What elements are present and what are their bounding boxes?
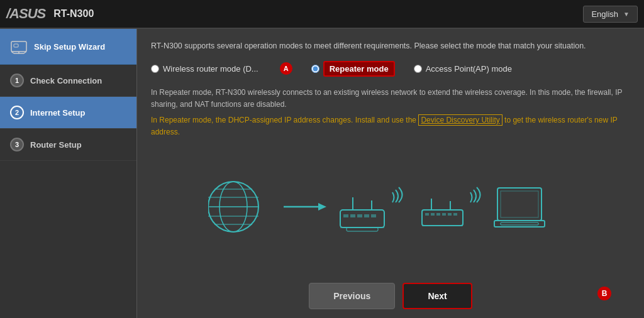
svg-rect-15: [340, 210, 384, 228]
skip-setup-wizard-button[interactable]: Skip Setup Wizard: [0, 29, 136, 65]
skip-wizard-label: Skip Setup Wizard: [34, 42, 105, 52]
access-point-label: Access Point(AP) mode: [426, 64, 512, 74]
nav-label-check-connection: Check Connection: [30, 76, 102, 85]
mode-radio-group: Wireless router mode (D... A Repeater mo…: [151, 61, 630, 77]
info-text: In Repeater mode, RT-N300 wirelessly con…: [151, 87, 630, 111]
logo-area: /ASUS RT-N300: [6, 6, 94, 22]
diagram-svg: [208, 166, 573, 248]
access-point-mode-option[interactable]: Access Point(AP) mode: [414, 64, 512, 74]
nav-label-internet-setup: Internet Setup: [30, 108, 85, 118]
nav-number-3: 3: [10, 138, 24, 151]
svg-rect-21: [364, 214, 369, 217]
repeater-radio[interactable]: [311, 65, 319, 73]
router-model: RT-N300: [53, 8, 94, 19]
buttons-area: Previous Next B: [151, 278, 630, 309]
sidebar-item-check-connection[interactable]: 1 Check Connection: [0, 65, 136, 97]
svg-rect-37: [494, 221, 545, 227]
repeater-mode-label: Repeater mode: [323, 61, 395, 77]
main-layout: Skip Setup Wizard 1 Check Connection 2 I…: [0, 29, 644, 318]
svg-rect-30: [436, 213, 440, 216]
language-selector[interactable]: English ▼: [583, 6, 638, 23]
svg-rect-28: [425, 213, 429, 216]
asus-logo: /ASUS: [6, 6, 45, 22]
header: /ASUS RT-N300 English ▼: [0, 0, 644, 29]
sidebar-item-internet-setup[interactable]: 2 Internet Setup: [0, 97, 136, 129]
device-discovery-utility-link[interactable]: Device Discovery Utility: [418, 114, 502, 126]
svg-rect-29: [431, 213, 435, 216]
network-icon: [10, 38, 28, 55]
warning-text: In Repeater mode, the DHCP-assigned IP a…: [151, 114, 630, 138]
svg-rect-20: [357, 214, 362, 217]
svg-marker-14: [318, 203, 326, 211]
previous-button[interactable]: Previous: [309, 283, 395, 309]
sidebar: Skip Setup Wizard 1 Check Connection 2 I…: [0, 29, 137, 318]
svg-rect-25: [422, 210, 463, 226]
svg-rect-39: [501, 222, 538, 225]
svg-rect-33: [453, 213, 457, 216]
annotation-a-badge: A: [280, 62, 292, 75]
svg-rect-22: [371, 214, 376, 217]
svg-rect-19: [350, 214, 355, 217]
content-area: RT-N300 supports several operation modes…: [137, 29, 644, 318]
language-label: English: [591, 9, 618, 19]
repeater-mode-option[interactable]: Repeater mode: [311, 61, 395, 77]
annotation-b-badge: B: [597, 287, 611, 300]
chevron-down-icon: ▼: [623, 11, 630, 18]
svg-rect-1: [14, 44, 18, 47]
nav-number-2: 2: [10, 106, 24, 119]
wireless-router-mode-option[interactable]: Wireless router mode (D...: [151, 64, 258, 74]
wireless-router-label: Wireless router mode (D...: [163, 64, 258, 74]
sidebar-item-router-setup[interactable]: 3 Router Setup: [0, 129, 136, 161]
nav-label-router-setup: Router Setup: [30, 140, 82, 150]
svg-rect-18: [343, 214, 348, 217]
next-button[interactable]: Next: [402, 283, 472, 309]
description-text: RT-N300 supports several operation modes…: [151, 40, 630, 52]
access-point-radio[interactable]: [414, 65, 422, 73]
nav-number-1: 1: [10, 74, 24, 87]
svg-rect-32: [448, 213, 452, 216]
wireless-router-radio[interactable]: [151, 65, 159, 73]
svg-rect-31: [442, 213, 446, 216]
svg-rect-36: [501, 191, 538, 217]
svg-rect-35: [497, 188, 541, 221]
network-diagram: [151, 145, 630, 270]
